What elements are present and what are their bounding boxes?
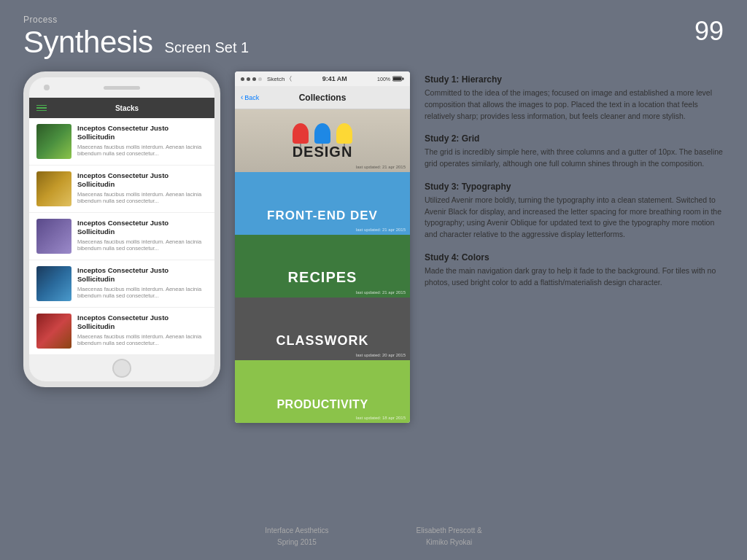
study-title-4: Study 4: Colors [425,252,724,262]
tile-date-classwork: last updated: 20 apr 2015 [356,353,406,357]
app-nav-title: Collections [299,93,347,103]
phone-bottom-bar [29,355,214,381]
home-button [112,359,131,378]
list-item: Inceptos Consectetur Justo Sollicitudin … [29,260,214,308]
study-title-2: Study 2: Grid [425,133,724,144]
tile-date-design: last updated: 21 apr 2015 [356,165,406,169]
study-text-2: The grid is incredibly simple here, with… [425,147,724,170]
signal-dot-4 [258,77,262,81]
tile-label-productivity: PRODUCTIVITY [235,398,410,411]
footer-col2-line2: Kimiko Ryokai [417,537,482,548]
tile-label-classwork: CLASSWORK [235,333,410,349]
thumb-2 [36,171,71,206]
phone-nav-bar: Stacks [29,98,214,118]
list-item: Inceptos Consectetur Justo Sollicitudin … [29,213,214,260]
tile-label-design: DESIGN [235,144,410,160]
phone-nav-title: Stacks [47,104,207,112]
thumb-5 [36,314,71,349]
tile-date-frontend: last updated: 21 apr 2015 [356,228,406,232]
footer-col-1: Interface Aesthetics Spring 2015 [265,525,328,548]
tile-label-recipes: RECIPES [235,269,410,286]
phone-screen: Stacks Inceptos Consectetur Justo Sollic… [29,98,214,355]
header: Process Synthesis Screen Set 1 [23,15,724,60]
study-text-4: Made the main navigation dark gray to he… [425,265,724,289]
phone-camera [44,85,50,90]
signal-dot-2 [247,77,250,81]
battery-icon [392,76,404,82]
tile-classwork[interactable]: CLASSWORK last updated: 20 apr 2015 [235,298,410,360]
thumb-1 [36,124,71,159]
tile-frontend[interactable]: FRONT-END DEV last updated: 21 apr 2015 [235,172,410,235]
item-title-1: Inceptos Consectetur Justo Sollicitudin [77,124,207,142]
carrier-name: Sketch [267,76,285,82]
back-chevron-icon: ‹ [241,93,243,101]
svg-rect-1 [403,78,404,80]
chair-yellow [336,123,352,144]
study-item-1: Study 1: Hierarchy Committed to the idea… [425,74,724,122]
footer-col1-line1: Interface Aesthetics [265,525,328,537]
process-label: Process [23,15,724,25]
thumb-4 [36,266,71,301]
tile-date-productivity: last updated: 18 apr 2015 [356,416,406,420]
signal-dot-1 [241,77,244,81]
signal-dot-3 [252,77,256,81]
back-button[interactable]: ‹ Back [241,93,259,101]
list-item: Inceptos Consectetur Justo Sollicitudin … [29,308,214,355]
item-title-3: Inceptos Consectetur Justo Sollicitudin [77,219,207,237]
study-text-3: Utilized Avenir more boldly, turning the… [425,195,724,241]
study-item-4: Study 4: Colors Made the main navigation… [425,252,724,289]
phone-mockup: Stacks Inceptos Consectetur Justo Sollic… [23,71,220,387]
phone-speaker [104,86,140,90]
item-title-5: Inceptos Consectetur Justo Sollicitudin [77,314,207,332]
study-title-3: Study 3: Typography [425,182,724,192]
page-container: Process Synthesis Screen Set 1 99 Stacks [0,0,747,560]
study-item-2: Study 2: Grid The grid is incredibly sim… [425,133,724,170]
item-title-2: Inceptos Consectetur Justo Sollicitudin [77,171,207,190]
item-desc-1: Maecenas faucibus mollis interdum. Aenea… [77,144,207,158]
content-area: Stacks Inceptos Consectetur Justo Sollic… [23,71,724,423]
study-text-1: Committed to the idea of the images; foc… [425,88,724,122]
chair-red [293,123,309,144]
study-item-3: Study 3: Typography Utilized Avenir more… [425,182,724,241]
list-item: Inceptos Consectetur Justo Sollicitudin … [29,118,214,166]
item-desc-3: Maecenas faucibus mollis interdum. Aenea… [77,238,207,253]
phone-top-bar [29,77,214,98]
tile-recipes[interactable]: RECIPES last updated: 21 apr 2015 [235,235,410,298]
app-nav-bar: ‹ Back Collections [235,86,410,109]
svg-rect-2 [393,77,401,80]
hamburger-icon [36,105,47,112]
study-notes: Study 1: Hierarchy Committed to the idea… [425,71,724,288]
chair-blue [314,123,330,144]
item-desc-2: Maecenas faucibus mollis interdum. Aenea… [77,191,207,206]
tile-design[interactable]: DESIGN last updated: 21 apr 2015 [235,109,410,172]
main-title: Synthesis [23,25,153,60]
tile-productivity[interactable]: PRODUCTIVITY last updated: 18 apr 2015 [235,360,410,423]
title-row: Synthesis Screen Set 1 [23,25,724,60]
item-desc-4: Maecenas faucibus mollis interdum. Aenea… [77,286,207,300]
study-title-1: Study 1: Hierarchy [425,74,724,85]
footer: Interface Aesthetics Spring 2015 Elisabe… [0,525,747,548]
app-status-bar: Sketch 〈 9:41 AM 100% [235,71,410,86]
battery-pct: 100% [377,77,390,82]
subtitle: Screen Set 1 [165,39,249,56]
item-desc-5: Maecenas faucibus mollis interdum. Aenea… [77,333,207,348]
status-time: 9:41 AM [322,75,347,82]
item-title-4: Inceptos Consectetur Justo Sollicitudin [77,266,207,284]
page-number: 99 [694,16,724,47]
wifi-icon: 〈 [290,75,292,82]
chairs-image [235,109,410,172]
app-screenshot: Sketch 〈 9:41 AM 100% ‹ Back [235,71,410,423]
footer-col2-line1: Elisabeth Prescott & [417,525,482,537]
tile-label-frontend: FRONT-END DEV [235,209,410,223]
tile-date-recipes: last updated: 21 apr 2015 [356,290,406,295]
list-item: Inceptos Consectetur Justo Sollicitudin … [29,166,214,213]
thumb-3 [36,219,71,254]
back-label: Back [244,94,259,101]
footer-col1-line2: Spring 2015 [265,537,328,548]
footer-col-2: Elisabeth Prescott & Kimiko Ryokai [417,525,482,548]
phone-list: Inceptos Consectetur Justo Sollicitudin … [29,118,214,355]
